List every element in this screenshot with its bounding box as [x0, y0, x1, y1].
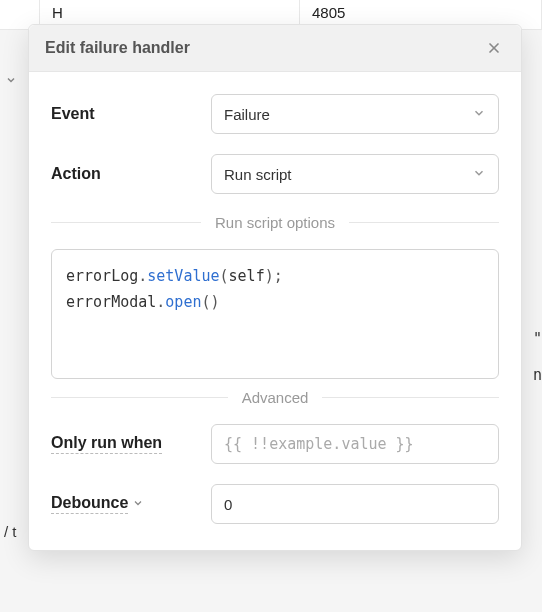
only-run-when-placeholder: {{ !!example.value }}: [224, 435, 414, 453]
advanced-divider: Advanced: [51, 389, 499, 406]
action-select-value: Run script: [224, 166, 292, 183]
bg-bottom-fragment: / t: [0, 519, 21, 544]
debounce-value: 0: [224, 496, 232, 513]
edit-failure-handler-modal: Edit failure handler Event Failure Actio…: [28, 24, 522, 551]
event-select[interactable]: Failure: [211, 94, 499, 134]
action-select[interactable]: Run script: [211, 154, 499, 194]
debounce-input[interactable]: 0: [211, 484, 499, 524]
run-script-options-label: Run script options: [201, 214, 349, 231]
chevron-down-icon: [472, 106, 486, 123]
chevron-down-icon: [472, 166, 486, 183]
debounce-row: Debounce 0: [51, 484, 499, 524]
only-run-when-label: Only run when: [51, 434, 162, 454]
advanced-label: Advanced: [228, 389, 323, 406]
close-button[interactable]: [483, 37, 505, 59]
only-run-when-row: Only run when {{ !!example.value }}: [51, 424, 499, 464]
action-row: Action Run script: [51, 154, 499, 194]
debounce-chevron-icon[interactable]: [132, 495, 144, 513]
close-icon: [486, 40, 502, 56]
modal-header: Edit failure handler: [29, 25, 521, 72]
modal-body: Event Failure Action Run script Run scri…: [29, 72, 521, 550]
event-select-value: Failure: [224, 106, 270, 123]
collapse-chevron-icon[interactable]: [0, 68, 22, 92]
debounce-label: Debounce: [51, 494, 128, 514]
modal-title: Edit failure handler: [45, 39, 190, 57]
script-editor[interactable]: errorLog.setValue(self); errorModal.open…: [51, 249, 499, 379]
event-label: Event: [51, 105, 211, 123]
bg-right-fragments: " n: [533, 330, 542, 384]
event-row: Event Failure: [51, 94, 499, 134]
only-run-when-input[interactable]: {{ !!example.value }}: [211, 424, 499, 464]
action-label: Action: [51, 165, 211, 183]
run-script-options-divider: Run script options: [51, 214, 499, 231]
